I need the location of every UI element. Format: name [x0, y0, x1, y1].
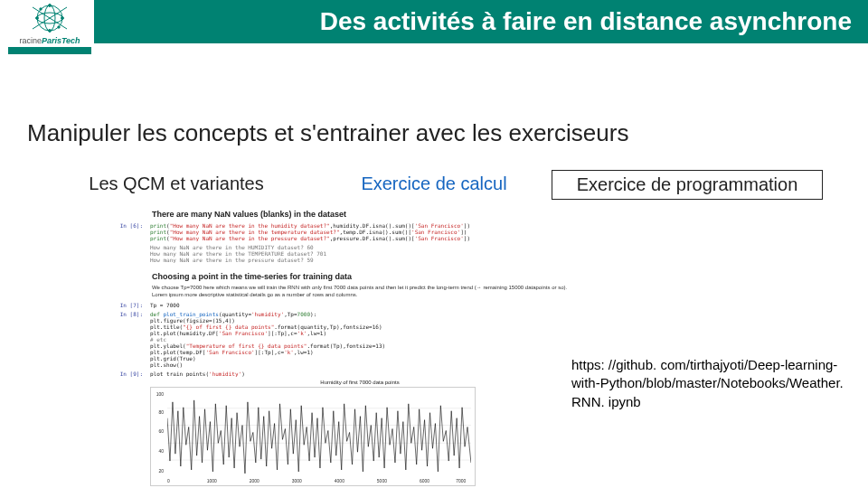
- title-band: Des activités à faire en distance asynch…: [94, 0, 868, 43]
- col-calcul: Exercice de calcul: [326, 170, 542, 200]
- cell-in-7: In [7]: Tp = 7000: [105, 302, 570, 308]
- plot-area: 20 40 60 80 100 0 1000 2000 3000 4000 50…: [150, 387, 476, 486]
- cell-in-8: In [8]: def plot_train_points(quantity='…: [105, 311, 570, 368]
- logo: racineParisTech: [5, 2, 94, 56]
- nb-heading-1: There are many NaN values (blanks) in th…: [152, 210, 570, 219]
- svg-point-10: [58, 26, 60, 28]
- column-headers: Les QCM et variantes Exercice de calcul …: [0, 170, 868, 200]
- svg-point-9: [40, 8, 42, 10]
- humidity-plot: Humidity of first 7000 data points 20 40…: [150, 380, 570, 486]
- header: Des activités à faire en distance asynch…: [0, 0, 868, 51]
- col-qcm: Les QCM et variantes: [45, 170, 307, 200]
- svg-point-8: [49, 30, 52, 33]
- svg-point-5: [36, 17, 39, 20]
- section-subtitle: Manipuler les concepts et s'entrainer av…: [27, 119, 628, 147]
- col-programmation: Exercice de programmation: [552, 170, 823, 200]
- svg-point-7: [49, 5, 52, 7]
- plot-xaxis: 0 1000 2000 3000 4000 5000 6000 7000: [167, 478, 471, 485]
- cell-out-6: How many NaN are there in the HUMIDITY d…: [105, 244, 570, 263]
- cell-in-6: In [6]: print("How many NaN are there in…: [105, 222, 570, 241]
- logo-tagline-bar: [8, 47, 91, 54]
- jupyter-notebook-screenshot: There are many NaN values (blanks) in th…: [98, 206, 577, 488]
- logo-brand-paristech: ParisTech: [42, 36, 80, 45]
- slide-title: Des activités à faire en distance asynch…: [320, 7, 852, 36]
- svg-point-6: [61, 17, 64, 20]
- cell-in-9: In [9]: plot_train_points('humidity'): [105, 371, 570, 377]
- nb-heading-2: Choosing a point in the time-series for …: [152, 272, 570, 281]
- plot-yaxis: 20 40 60 80 100: [153, 388, 165, 485]
- plot-line: [167, 391, 471, 477]
- prompt: In [6]:: [105, 222, 150, 241]
- logo-network-icon: [27, 2, 72, 34]
- logo-text: racineParisTech: [5, 36, 94, 45]
- logo-brand-racine: racine: [19, 36, 42, 45]
- nb-description: We choose Tp=7000 here which means we wi…: [152, 285, 570, 299]
- citation-url: https: //github. com/tirthajyoti/Deep-le…: [571, 356, 852, 411]
- plot-title: Humidity of first 7000 data points: [150, 380, 570, 385]
